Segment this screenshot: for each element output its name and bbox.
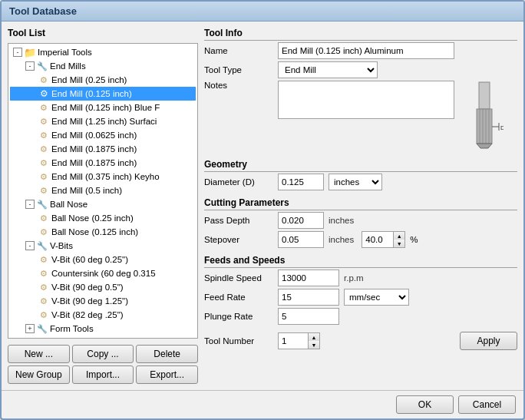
tree-em7[interactable]: ⚙ End Mill (0.1875 inch) [10, 156, 196, 170]
plunge-rate-input[interactable] [278, 308, 339, 325]
tool-icon-em5: ⚙ [38, 129, 50, 141]
endmill-svg: D [465, 81, 504, 150]
expand-icon-endmills[interactable]: - [25, 61, 35, 71]
spindle-label: Spindle Speed [204, 273, 273, 283]
tree-vb2[interactable]: ⚙ Countersink (60 deg 0.315 [10, 266, 196, 280]
stepover-down-arrow[interactable]: ▼ [394, 240, 404, 247]
tool-icon-em1: ⚙ [38, 74, 50, 86]
tree-bn1[interactable]: ⚙ Ball Nose (0.25 inch) [10, 211, 196, 225]
tree-form-tools[interactable]: + 🔧 Form Tools [10, 322, 196, 336]
apply-button[interactable]: Apply [460, 332, 517, 350]
tool-icon-em8: ⚙ [38, 170, 50, 183]
tool-icon-bn2: ⚙ [38, 226, 50, 238]
tree-em2[interactable]: ⚙ End Mill (0.125 inch) [10, 87, 196, 101]
name-input[interactable] [278, 42, 454, 59]
tree-end-mills[interactable]: - 🔧 End Mills [10, 59, 196, 73]
plunge-rate-label: Plunge Rate [204, 312, 273, 321]
tool-number-spinbox: ▲ ▼ [278, 332, 320, 349]
tree-imperial-tools[interactable]: - 📁 Imperial Tools [10, 45, 196, 59]
stepover-up-arrow[interactable]: ▲ [394, 232, 404, 240]
tool-number-arrows: ▲ ▼ [309, 332, 320, 349]
tree-vb3[interactable]: ⚙ V-Bit (90 deg 0.5") [10, 280, 196, 294]
tool-type-row: Tool Type End Mill Ball Nose V-Bit Form … [204, 61, 517, 78]
cutting-params-section: Cutting Parameters Pass Depth inches Ste… [204, 197, 517, 250]
notes-input[interactable] [278, 81, 454, 119]
notes-label: Notes [204, 81, 273, 90]
diameter-input[interactable] [278, 174, 324, 190]
tree-bn2[interactable]: ⚙ Ball Nose (0.125 inch) [10, 225, 196, 239]
tool-tree[interactable]: - 📁 Imperial Tools - 🔧 End Mills ⚙ End M… [8, 43, 198, 339]
expand-icon-ballnose[interactable]: - [25, 200, 35, 209]
delete-button[interactable]: Delete [136, 345, 198, 363]
folder-icon-engraving: 🔧 [36, 336, 48, 339]
tool-icon-em6: ⚙ [38, 143, 50, 155]
plunge-rate-row: Plunge Rate [204, 308, 517, 325]
tool-number-down-arrow[interactable]: ▼ [309, 341, 319, 349]
tool-icon-bn1: ⚙ [38, 212, 50, 224]
tool-icon-vb1: ⚙ [38, 253, 50, 266]
folder-icon-ballnose: 🔧 [36, 198, 48, 210]
tool-icon-vb4: ⚙ [38, 295, 50, 307]
svg-rect-1 [477, 109, 492, 144]
tool-number-label: Tool Number [204, 336, 273, 346]
expand-icon-formtools[interactable]: + [25, 324, 35, 333]
diameter-unit-select[interactable]: inches mm [329, 174, 382, 190]
tree-vb1[interactable]: ⚙ V-Bit (60 deg 0.25") [10, 253, 196, 266]
expand-icon-vbits[interactable]: - [25, 241, 35, 250]
tool-number-row: Tool Number ▲ ▼ Apply [204, 332, 517, 350]
tool-visual: D [465, 81, 504, 152]
tool-icon-vb5: ⚙ [38, 309, 50, 321]
feed-rate-label: Feed Rate [204, 293, 273, 302]
svg-text:D: D [500, 124, 504, 131]
expand-icon[interactable]: - [13, 48, 22, 57]
expand-icon-engraving[interactable]: - [25, 338, 35, 339]
tree-em6[interactable]: ⚙ End Mill (0.1875 inch) [10, 142, 196, 156]
tree-em8[interactable]: ⚙ End Mill (0.375 inch) Keyho [10, 170, 196, 184]
ok-button[interactable]: OK [396, 395, 454, 414]
geometry-title: Geometry [204, 159, 517, 170]
feeds-speeds-section: Feeds and Speeds Spindle Speed r.p.m Fee… [204, 255, 517, 327]
svg-rect-0 [479, 82, 490, 109]
tree-vb4[interactable]: ⚙ V-Bit (90 deg 1.25") [10, 294, 196, 308]
feed-rate-input[interactable] [278, 289, 339, 306]
pass-depth-unit: inches [329, 216, 354, 225]
folder-icon-endmills: 🔧 [36, 60, 48, 72]
tree-em5[interactable]: ⚙ End Mill (0.0625 inch) [10, 128, 196, 142]
new-group-button[interactable]: New Group [8, 365, 70, 384]
tree-buttons: New ... Copy ... Delete New Group Import… [8, 345, 198, 384]
tool-icon-em2: ⚙ [38, 88, 50, 100]
tool-icon-vb2: ⚙ [38, 267, 50, 279]
tree-em9[interactable]: ⚙ End Mill (0.5 inch) [10, 184, 196, 197]
pass-depth-label: Pass Depth [204, 216, 273, 225]
cancel-button[interactable]: Cancel [458, 395, 516, 414]
tool-icon-em4: ⚙ [38, 115, 50, 127]
tree-ball-nose[interactable]: - 🔧 Ball Nose [10, 197, 196, 211]
tool-icon-em9: ⚙ [38, 184, 50, 197]
tree-vbits[interactable]: - 🔧 V-Bits [10, 239, 196, 253]
tree-em3[interactable]: ⚙ End Mill (0.125 inch) Blue F [10, 101, 196, 114]
left-panel: Tool List - 📁 Imperial Tools - 🔧 End Mil… [8, 28, 198, 384]
tree-em1[interactable]: ⚙ End Mill (0.25 inch) [10, 73, 196, 87]
new-button[interactable]: New ... [8, 345, 70, 363]
stepover-percent-spinbox: ▲ ▼ [362, 231, 405, 248]
tool-type-select[interactable]: End Mill Ball Nose V-Bit Form Tool Engra… [278, 61, 378, 78]
tree-engraving[interactable]: - 🔧 Engraving [10, 336, 196, 339]
tree-vb5[interactable]: ⚙ V-Bit (82 deg .25") [10, 308, 196, 322]
feed-unit-select[interactable]: mm/sec mm/min in/sec in/min [344, 289, 409, 306]
import-button[interactable]: Import... [72, 365, 134, 384]
tool-type-label: Tool Type [204, 65, 273, 74]
export-button[interactable]: Export... [136, 365, 198, 384]
stepover-input[interactable] [278, 231, 324, 248]
tool-number-up-arrow[interactable]: ▲ [309, 333, 319, 341]
tool-icon-vb3: ⚙ [38, 281, 50, 293]
pass-depth-input[interactable] [278, 212, 324, 229]
tool-icon-em3: ⚙ [38, 101, 50, 114]
svg-marker-6 [477, 144, 492, 148]
tree-em4[interactable]: ⚙ End Mill (1.25 inch) Surfaci [10, 114, 196, 128]
spindle-input[interactable] [278, 270, 339, 286]
tool-number-input[interactable] [278, 332, 309, 349]
copy-button[interactable]: Copy ... [72, 345, 134, 363]
diameter-label: Diameter (D) [204, 177, 273, 187]
stepover-percent-input[interactable] [362, 231, 394, 248]
diameter-row: Diameter (D) inches mm [204, 174, 517, 190]
